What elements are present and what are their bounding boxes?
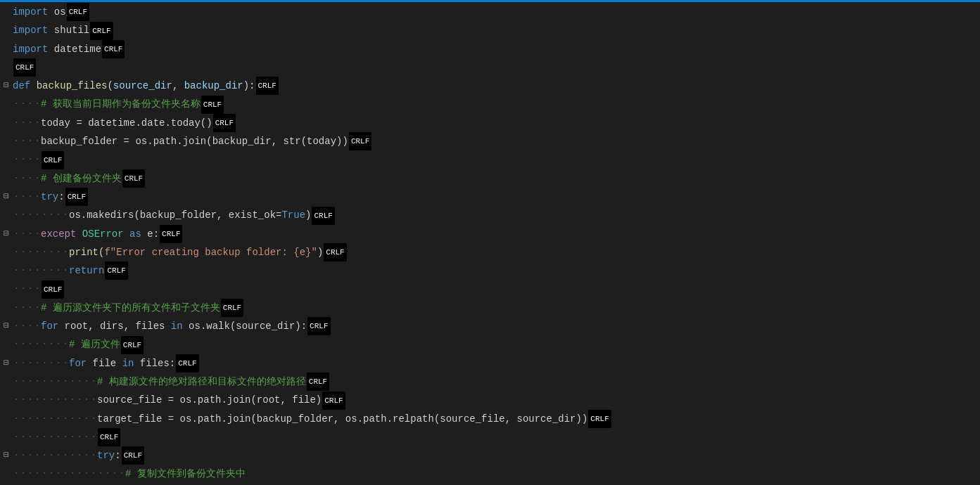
crlf-marker: CRLF: [312, 207, 334, 225]
token-plain: target_file = os.path.join(backup_folder…: [97, 413, 587, 425]
code-line: ⊟····try:CRLF: [0, 188, 980, 206]
line-gutter[interactable]: ⊟: [0, 77, 13, 95]
line-code: import datetimeCRLF: [13, 40, 980, 58]
line-code: target_file = os.path.join(backup_folder…: [97, 410, 980, 428]
token-kw: for: [41, 321, 58, 332]
token-plain: [124, 228, 129, 240]
code-line: ⊟····except OSError as e:CRLF: [0, 225, 980, 243]
code-editor: import osCRLFimport shutilCRLFimport dat…: [0, 0, 980, 485]
token-plain: ,: [172, 80, 184, 91]
token-comment: # 获取当前日期作为备份文件夹名称: [41, 98, 201, 110]
code-area: import osCRLFimport shutilCRLFimport dat…: [0, 0, 980, 485]
crlf-marker: CRLF: [256, 77, 279, 95]
indent-dots: ····: [13, 95, 41, 113]
token-plain: shutil: [48, 25, 89, 36]
line-gutter[interactable]: ⊟: [0, 225, 13, 243]
crlf-marker: CRLF: [213, 114, 236, 132]
line-code: # 遍历源文件夹下的所有文件和子文件夹CRLF: [41, 299, 980, 317]
line-code: CRLF: [97, 428, 980, 446]
code-line: ············target_file = os.path.join(b…: [0, 410, 980, 428]
line-code: today = datetime.date.today()CRLF: [41, 114, 980, 132]
crlf-marker: CRLF: [122, 446, 144, 465]
line-gutter[interactable]: ⊟: [0, 317, 13, 335]
token-plain: [76, 228, 82, 240]
indent-dots: ········: [13, 206, 69, 224]
token-comment: # 复制文件到备份文件夹中: [125, 468, 246, 479]
indent-dots: ····: [13, 114, 41, 132]
code-line: ········returnCRLF: [0, 261, 980, 280]
token-plain: file: [87, 358, 122, 369]
token-plain: [30, 80, 36, 91]
token-comment: # 遍历文件: [69, 339, 120, 350]
line-gutter[interactable]: ⊟: [0, 188, 13, 206]
token-builtin: OSError: [82, 228, 124, 240]
code-line: ····backup_folder = os.path.join(backup_…: [0, 132, 980, 150]
crlf-marker: CRLF: [102, 40, 125, 58]
token-param: backup_dir: [184, 80, 243, 91]
indent-dots: ············: [13, 391, 97, 409]
line-code: returnCRLF: [69, 261, 980, 280]
crlf-marker: CRLF: [90, 22, 113, 40]
token-kw: import: [13, 6, 48, 18]
code-line: ⊟def backup_files(source_dir, backup_dir…: [0, 77, 980, 95]
code-line: ····# 遍历源文件夹下的所有文件和子文件夹CRLF: [0, 299, 980, 317]
crlf-marker: CRLF: [322, 392, 345, 410]
line-code: except OSError as e:CRLF: [41, 225, 980, 243]
line-code: # 获取当前日期作为备份文件夹名称CRLF: [41, 95, 980, 113]
code-line: ····# 创建备份文件夹CRLF: [0, 169, 980, 188]
indent-dots: ····: [13, 150, 41, 169]
code-line: ····CRLF: [0, 280, 980, 298]
indent-dots: ········: [13, 354, 69, 373]
token-plain: ):: [243, 80, 255, 91]
code-line: ············# 构建源文件的绝对路径和目标文件的绝对路径CRLF: [0, 373, 980, 391]
token-plain: os.walk(source_dir):: [183, 321, 307, 332]
token-plain: :: [115, 450, 120, 461]
code-line: import osCRLF: [0, 3, 980, 21]
line-gutter[interactable]: ⊟: [0, 354, 13, 373]
code-line: ················# 复制文件到备份文件夹中: [0, 465, 980, 483]
crlf-marker: CRLF: [67, 3, 89, 21]
indent-dots: ········: [13, 261, 69, 280]
line-code: os.makedirs(backup_folder, exist_ok=True…: [69, 206, 980, 224]
token-kw: in: [171, 321, 183, 332]
token-comment: # 构建源文件的绝对路径和目标文件的绝对路径: [97, 376, 306, 387]
token-param: source_dir: [113, 80, 172, 91]
crlf-marker: CRLF: [105, 261, 127, 280]
indent-dots: ········: [13, 335, 69, 354]
token-plain: root, dirs, files: [58, 321, 171, 332]
line-code: import osCRLF: [13, 3, 980, 21]
crlf-marker: CRLF: [324, 243, 346, 261]
indent-dots: ············: [13, 373, 97, 391]
crlf-marker: CRLF: [42, 151, 64, 169]
crlf-marker: CRLF: [160, 225, 182, 243]
code-line: ····CRLF: [0, 150, 980, 169]
indent-dots: ····: [13, 317, 41, 335]
code-line: import datetimeCRLF: [0, 40, 980, 58]
token-plain: ): [317, 247, 323, 258]
token-kw: def: [13, 80, 30, 91]
token-kw: try: [97, 450, 115, 461]
indent-dots: ····: [13, 188, 41, 206]
code-line: ⊟············try:CRLF: [0, 446, 980, 465]
indent-dots: ····: [13, 132, 41, 150]
token-fn: print: [69, 247, 98, 258]
token-kw: import: [13, 44, 48, 55]
indent-dots: ····: [13, 280, 41, 298]
code-line: ············CRLF: [0, 428, 980, 446]
token-plain: datetime: [48, 44, 101, 55]
token-kw: for: [69, 358, 87, 369]
token-plain: backup_folder = os.path.join(backup_dir,…: [41, 136, 348, 147]
line-code: try:CRLF: [97, 446, 980, 465]
crlf-marker: CRLF: [122, 169, 145, 188]
token-comment: # 创建备份文件夹: [41, 173, 122, 184]
code-line: ········os.makedirs(backup_folder, exist…: [0, 206, 980, 224]
token-plain: os: [48, 6, 65, 18]
line-gutter[interactable]: ⊟: [0, 446, 13, 465]
line-code: CRLF: [13, 58, 980, 77]
code-line: ⊟····for root, dirs, files in os.walk(so…: [0, 317, 980, 335]
code-line: ········# 遍历文件CRLF: [0, 335, 980, 354]
crlf-marker: CRLF: [121, 336, 144, 354]
indent-dots: ············: [13, 446, 97, 465]
token-plain: os.makedirs(backup_folder, exist_ok=: [69, 209, 281, 221]
line-code: def backup_files(source_dir, backup_dir)…: [13, 77, 980, 95]
